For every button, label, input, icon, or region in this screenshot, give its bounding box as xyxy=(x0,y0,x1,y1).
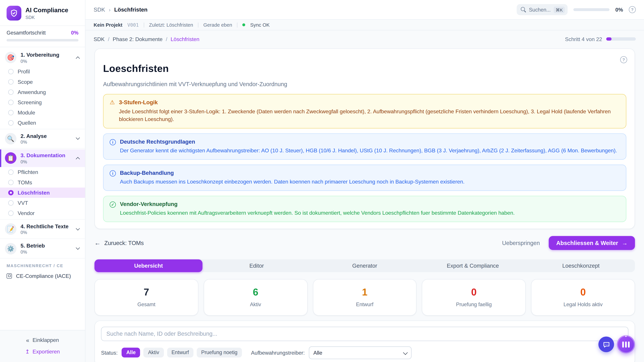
divider xyxy=(237,22,238,27)
header-card: Loeschfristen Aufbewahrungsrichtlinien m… xyxy=(94,48,635,229)
sidebar-item-screening[interactable]: Screening xyxy=(0,97,85,107)
status-pill-entwurf[interactable]: Entwurf xyxy=(167,348,194,358)
section-percent: 0% xyxy=(20,230,68,235)
arrow-left-icon: ← xyxy=(94,240,100,247)
sidebar-item-toms[interactable]: TOMs xyxy=(0,177,85,187)
alert-title: Backup-Behandlung xyxy=(120,169,464,177)
sidebar-item-vvt[interactable]: VVT xyxy=(0,198,85,208)
sidebar-section-betrieb[interactable]: ⚙️ 5. Betrieb 0% xyxy=(0,240,85,257)
last-visited: Zuletzt: Löschfristen xyxy=(149,22,193,28)
brand: AI Compliance SDK xyxy=(0,0,85,25)
driver-select[interactable]: Alle xyxy=(309,347,412,359)
global-search-button[interactable]: Suchen... ⌘K xyxy=(516,4,568,15)
complete-next-button[interactable]: Abschliessen & Weiter → xyxy=(549,236,635,250)
stat-label: Legal Holds aktiv xyxy=(532,302,634,307)
radio-circle-icon xyxy=(8,89,14,95)
filter-card: Status: Alle Aktiv Entwurf Pruefung noet… xyxy=(94,321,635,362)
stat-value: 0 xyxy=(422,286,526,298)
collapse-sidebar-button[interactable]: « Einklappen xyxy=(0,334,85,346)
tab-editor[interactable]: Editor xyxy=(202,259,311,272)
alert-title: Vendor-Verknuepfung xyxy=(120,201,515,208)
tab-loeschkonzept[interactable]: Loeschkonzept xyxy=(527,259,635,272)
stat-card-aktiv: 6 Aktiv xyxy=(204,279,308,316)
section-percent: 0% xyxy=(20,140,46,144)
sidebar-item-vendor[interactable]: Vendor xyxy=(0,208,85,218)
sidebar-section-vorbereitung[interactable]: 🎯 1. Vorbereitung 0% xyxy=(0,49,85,66)
radio-circle-icon xyxy=(8,79,14,84)
crumb-current: Löschfristen xyxy=(170,36,200,42)
sync-status-dot xyxy=(242,23,245,26)
memo-emoji-icon: 📝 xyxy=(5,223,16,235)
section-title: 2. Analyse xyxy=(20,133,46,139)
gear-emoji-icon: ⚙️ xyxy=(5,243,16,254)
chat-assistant-button[interactable] xyxy=(598,337,614,352)
breadcrumb: SDK › Löschfristen xyxy=(94,6,148,13)
status-bar: Kein Projekt V001 Zuletzt: Löschfristen … xyxy=(85,20,644,30)
alert-text: Auch Backups muessen ins Loeschkonzept e… xyxy=(120,178,464,186)
magnifier-emoji-icon: 🔍 xyxy=(5,133,16,144)
radio-circle-icon xyxy=(8,110,14,115)
stat-card-pruefung: 0 Pruefung faellig xyxy=(422,279,526,316)
radio-circle-icon xyxy=(8,211,14,216)
stat-value: 1 xyxy=(313,286,416,298)
radio-circle-icon xyxy=(8,99,14,105)
sidebar-item-ce-compliance[interactable]: CE-Compliance (IACE) xyxy=(0,270,85,282)
tab-export-compliance[interactable]: Export & Compliance xyxy=(419,259,527,272)
sync-status-label: Sync OK xyxy=(250,22,270,28)
sidebar-item-profil[interactable]: Profil xyxy=(0,66,85,77)
panels-toggle-button[interactable] xyxy=(617,335,635,354)
search-icon xyxy=(521,7,526,12)
back-button[interactable]: ← Zurueck: TOMs xyxy=(94,240,144,247)
export-button[interactable]: ↥ Exportieren xyxy=(0,346,85,357)
section-title: 4. Rechtliche Texte xyxy=(20,223,68,230)
divider xyxy=(198,22,198,27)
header-progress-value: 0% xyxy=(615,6,623,13)
topbar: SDK › Löschfristen Suchen... ⌘K 0% ? xyxy=(85,0,644,20)
radio-circle-icon xyxy=(8,120,14,125)
status-pill-pruefung-noetig[interactable]: Pruefung noetig xyxy=(197,348,242,358)
header-progress-bar xyxy=(574,8,610,11)
stat-cards: 7 Gesamt 6 Aktiv 1 Entwurf 0 Pruefung fa… xyxy=(94,279,635,316)
page-title: Loeschfristen xyxy=(103,63,626,74)
skip-button[interactable]: Ueberspringen xyxy=(502,240,540,246)
info-boxes: ⚠ 3-Stufen-Logik Jede Loeschfrist folgt … xyxy=(103,94,626,222)
crumb-sdk[interactable]: SDK xyxy=(94,36,104,42)
status-pill-aktiv[interactable]: Aktiv xyxy=(144,348,164,358)
help-icon[interactable]: ? xyxy=(620,56,627,63)
help-icon[interactable]: ? xyxy=(629,6,636,13)
last-saved-time: Gerade eben xyxy=(204,22,232,28)
keyboard-shortcut-badge: ⌘K xyxy=(554,6,565,13)
tab-generator[interactable]: Generator xyxy=(310,259,419,272)
tab-uebersicht[interactable]: Uebersicht xyxy=(94,259,202,272)
sidebar-item-module[interactable]: Module xyxy=(0,107,85,118)
page-content: Loeschfristen Aufbewahrungsrichtlinien m… xyxy=(85,48,644,362)
stat-label: Pruefung faellig xyxy=(422,302,526,307)
sidebar-item-scope[interactable]: Scope xyxy=(0,77,85,87)
policy-search-input[interactable] xyxy=(101,327,628,341)
status-filter-label: Status: xyxy=(101,350,118,356)
clipboard-emoji-icon: 📋 xyxy=(5,152,16,164)
sidebar-section-rechtliche-texte[interactable]: 📝 4. Rechtliche Texte 0% xyxy=(0,220,85,238)
sidebar-section-analyse[interactable]: 🔍 2. Analyse 0% xyxy=(0,130,85,147)
info-circle-icon: i xyxy=(110,170,116,176)
chat-bubble-icon xyxy=(602,340,610,348)
page-breadcrumb: SDK / Phase 2: Dokumente / Löschfristen xyxy=(94,36,200,42)
divider xyxy=(144,22,144,27)
stat-label: Aktiv xyxy=(204,302,307,307)
sidebar-item-anwendung[interactable]: Anwendung xyxy=(0,87,85,97)
floating-buttons xyxy=(598,335,635,354)
sidebar-section-dokumentation[interactable]: 📋 3. Dokumentation 0% xyxy=(0,149,85,167)
sidebar-item-pflichten[interactable]: Pflichten xyxy=(0,167,85,177)
alert-info-rechtsgrundlagen: i Deutsche Rechtsgrundlagen Der Generato… xyxy=(103,133,626,160)
stat-value: 6 xyxy=(204,286,307,298)
sidebar-item-quellen[interactable]: Quellen xyxy=(0,118,85,128)
sidebar-item-loeschfristen[interactable]: Löschfristen xyxy=(0,188,85,198)
radio-circle-icon xyxy=(8,69,14,74)
chevron-down-icon xyxy=(76,246,80,250)
status-pill-alle[interactable]: Alle xyxy=(122,348,140,358)
alert-info-backup: i Backup-Behandlung Auch Backups muessen… xyxy=(103,164,626,191)
crumb-phase[interactable]: Phase 2: Dokumente xyxy=(113,36,162,42)
overall-progress-value: 0% xyxy=(71,30,78,36)
chevron-down-icon xyxy=(76,226,80,230)
breadcrumb-root[interactable]: SDK xyxy=(94,6,105,13)
